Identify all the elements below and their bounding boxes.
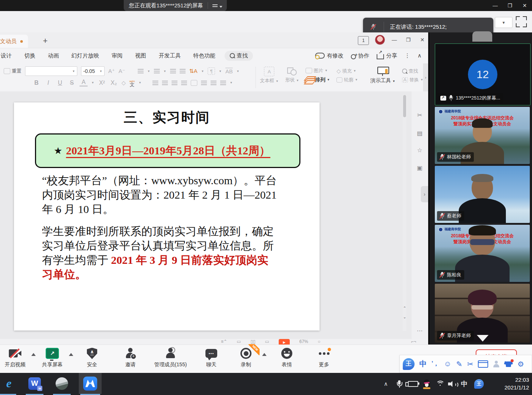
- bold-button[interactable]: B: [32, 80, 40, 86]
- ime-keyboard-icon[interactable]: [478, 360, 488, 368]
- more-button[interactable]: 更多: [311, 347, 337, 368]
- slideshow-play-button[interactable]: ▶: [279, 339, 290, 345]
- participant-tile[interactable]: 蔡老师: [435, 166, 530, 223]
- text-direction-icon[interactable]: ⇅A: [189, 68, 198, 74]
- toggle-video-button[interactable]: 开启视频: [0, 347, 30, 368]
- window-close-button[interactable]: ✕: [517, 0, 532, 11]
- ime-account-icon[interactable]: [493, 361, 500, 367]
- tray-expand-button[interactable]: ∧: [379, 373, 392, 395]
- wps-minimize-button[interactable]: —: [389, 35, 400, 45]
- arrange-button[interactable]: 排列▼: [306, 76, 330, 84]
- distribute-icon[interactable]: [191, 80, 197, 86]
- participant-tile-screen[interactable]: 12 135****2512的屏幕...: [435, 43, 531, 105]
- font-family-select[interactable]: ▼: [25, 66, 77, 76]
- decrease-font-button[interactable]: A⁻: [119, 68, 125, 74]
- view-slide-icon[interactable]: ▭: [237, 339, 241, 344]
- ime-lang-toggle[interactable]: 中: [419, 359, 427, 369]
- zoom-lens-icon[interactable]: ○: [318, 339, 320, 344]
- new-tab-button[interactable]: +: [40, 35, 51, 46]
- taskbar-meeting-button[interactable]: [79, 373, 102, 394]
- slide-scrollbar[interactable]: [403, 95, 406, 331]
- italic-button[interactable]: I: [44, 80, 52, 86]
- record-button[interactable]: NEW 录制: [231, 347, 261, 368]
- participant-tile[interactable]: 章月萍老师: [435, 284, 530, 343]
- column-icon[interactable]: [211, 81, 216, 85]
- fill-button[interactable]: ◇ 填充▼: [337, 68, 358, 74]
- ribbon-tab-view[interactable]: 视图: [129, 52, 152, 59]
- ribbon-tab-transition[interactable]: 切换: [18, 52, 42, 59]
- indent-increase-icon[interactable]: [180, 69, 186, 73]
- tray-mic-icon[interactable]: [393, 373, 405, 395]
- taskbar-photo-button[interactable]: [52, 373, 72, 394]
- align-left-icon[interactable]: [152, 81, 158, 85]
- replace-button[interactable]: A 替换▼: [402, 77, 423, 83]
- ribbon-find2-button[interactable]: 查找: [402, 68, 423, 74]
- user-avatar[interactable]: [375, 35, 385, 45]
- window-minimize-button[interactable]: —: [488, 0, 503, 11]
- line-spacing-icon[interactable]: [201, 81, 207, 85]
- view-sorter-icon[interactable]: ▯▯: [250, 339, 255, 344]
- scroll-down-indicator[interactable]: [477, 335, 489, 342]
- invite-button[interactable]: + 邀请: [115, 347, 146, 368]
- strikethrough-button[interactable]: S: [68, 80, 76, 86]
- slide[interactable]: 三、实习时间 ★ 2021年3月9日—2019年5月28日（共12周） “校友邦…: [14, 102, 320, 331]
- copy-tool-icon[interactable]: ▣: [416, 164, 423, 172]
- indent-decrease-icon[interactable]: [170, 69, 176, 73]
- increase-font-button[interactable]: A⁺: [108, 68, 115, 74]
- taskbar-clock[interactable]: 22:03 2021/1/12: [489, 376, 529, 391]
- panel-icon[interactable]: 1: [358, 36, 369, 45]
- char-border-icon[interactable]: AB: [225, 68, 233, 74]
- ime-punctuation-toggle[interactable]: ’，: [431, 360, 439, 368]
- outline-button[interactable]: 轮廓▼: [337, 77, 358, 83]
- cut-tool-icon[interactable]: ✂: [416, 112, 423, 119]
- modified-status[interactable]: 有修改: [315, 52, 343, 59]
- pinyin-guide-button[interactable]: wén 文: [129, 80, 135, 86]
- record-options-arrow[interactable]: [262, 353, 267, 356]
- notes-tool-icon[interactable]: ▤: [416, 130, 423, 137]
- document-tab[interactable]: 文动员: [0, 35, 28, 48]
- view-read-icon[interactable]: ▭: [265, 339, 269, 344]
- tray-qq-icon[interactable]: [420, 373, 433, 395]
- video-options-arrow[interactable]: [31, 353, 36, 356]
- share-options-arrow[interactable]: [69, 353, 73, 356]
- tray-wifi-icon[interactable]: [434, 373, 446, 395]
- number-list-icon[interactable]: [154, 69, 160, 73]
- fullscreen-button[interactable]: [516, 16, 527, 27]
- ime-settings-gear-icon[interactable]: ⚙: [517, 360, 524, 368]
- fit-slide-icon[interactable]: ⌐¬: [411, 339, 416, 344]
- ribbon-find-button[interactable]: 查找: [225, 51, 253, 61]
- reset-button[interactable]: 重置: [4, 68, 21, 74]
- tray-ime-icon[interactable]: 王: [473, 373, 485, 395]
- taskbar-browser-button[interactable]: e: [0, 373, 19, 394]
- collaborate-button[interactable]: 协作: [351, 52, 369, 59]
- participant-tile[interactable]: 福建商学院 2018级专业综合实训总结交流会 暨顶岗实习暨毕业论文动员会 林国松…: [435, 107, 530, 164]
- align-right-icon[interactable]: [172, 81, 177, 85]
- ime-logo-icon[interactable]: 王: [403, 358, 415, 370]
- prev-slide-button[interactable]: ⌃: [401, 306, 408, 312]
- ribbon-tab-review[interactable]: 审阅: [105, 52, 129, 59]
- ribbon-tab-animation[interactable]: 动画: [42, 52, 65, 59]
- eraser-icon[interactable]: ◇: [121, 80, 126, 86]
- participant-tile[interactable]: 福建商学院 2018级专业综合实训总结交流会 暨顶岗实习暨毕业论文动员会 陈柏良: [435, 225, 530, 282]
- wps-close-button[interactable]: ✕: [417, 35, 428, 45]
- next-slide-button[interactable]: ⌄: [401, 315, 408, 321]
- ribbon-more-button[interactable]: ⋮: [405, 52, 410, 59]
- ime-handwriting-button[interactable]: ✎: [456, 360, 462, 368]
- tray-volume-icon[interactable]: [446, 373, 459, 395]
- chat-button[interactable]: ••• 聊天: [197, 347, 225, 368]
- more-tools-icon[interactable]: ⋯: [416, 327, 423, 335]
- tray-battery-icon[interactable]: [406, 373, 420, 395]
- manage-members-button[interactable]: 管理成员(155): [147, 347, 194, 368]
- window-maximize-button[interactable]: ❐: [503, 0, 517, 11]
- align-center-icon[interactable]: [162, 81, 168, 85]
- ime-screenshot-button[interactable]: ✂: [467, 360, 473, 368]
- list-settings-icon[interactable]: [220, 81, 226, 85]
- subscript-button[interactable]: X₂: [110, 80, 118, 86]
- wps-restore-button[interactable]: ❐: [403, 35, 414, 45]
- bullet-list-icon[interactable]: [138, 69, 144, 73]
- banner-menu-button[interactable]: [208, 2, 227, 9]
- ribbon-tab-features[interactable]: 特色功能: [187, 52, 222, 59]
- underline-button[interactable]: U: [56, 80, 64, 86]
- shapes-button[interactable]: 形状 ▼: [285, 67, 299, 83]
- favorites-tool-icon[interactable]: ☆: [416, 147, 423, 154]
